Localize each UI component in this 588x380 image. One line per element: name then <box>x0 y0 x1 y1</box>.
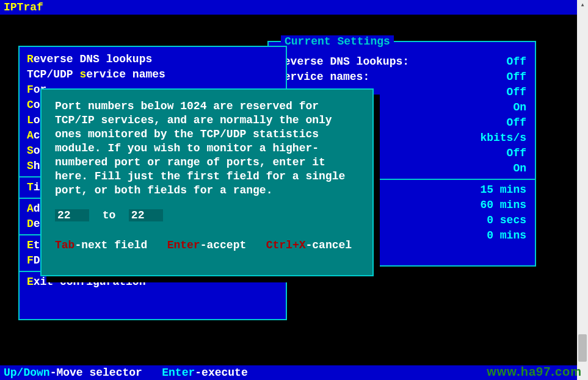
to-label <box>96 209 103 221</box>
setting-row: Service names:Off <box>269 70 535 85</box>
title-bar: IPTraf <box>0 0 577 15</box>
scroll-thumb[interactable] <box>578 334 587 362</box>
dialog-key-hints: Tab-next field Enter-accept Ctrl+X-cance… <box>55 238 359 253</box>
settings-title: Current Settings <box>281 35 394 48</box>
watermark: www.ha97.com <box>487 365 582 379</box>
port-to-input[interactable] <box>129 209 163 221</box>
terminal-screen: IPTraf Reverse DNS lookups:Off Service n… <box>0 0 577 380</box>
setting-row: Reverse DNS lookups:Off <box>269 54 535 70</box>
vertical-scrollbar[interactable]: ▴ <box>577 0 588 380</box>
app-title: IPTraf <box>4 1 43 13</box>
scroll-up-icon[interactable]: ▴ <box>579 1 586 9</box>
port-range-dialog: Port numbers below 1024 are reserved for… <box>40 88 374 276</box>
menu-item-reverse-dns[interactable]: Reverse DNS lookups <box>20 52 286 67</box>
dialog-text: Port numbers below 1024 are reserved for… <box>55 99 359 198</box>
port-from-input[interactable] <box>55 209 89 221</box>
menu-item-service-names[interactable]: TCP/UDP service names <box>20 67 286 82</box>
